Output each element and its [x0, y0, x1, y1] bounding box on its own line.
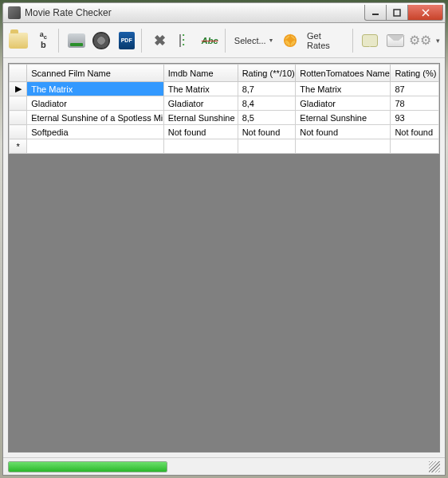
col-header-rating10[interactable]: Rating (**/10) [238, 65, 296, 82]
row-indicator: ▶ [10, 82, 27, 96]
comment-button[interactable] [359, 27, 383, 54]
folder-icon [9, 33, 28, 49]
rename-icon: acb [40, 31, 47, 49]
col-header-rt[interactable]: RottenTomatoes Name [296, 65, 391, 82]
toolbar-overflow[interactable]: ▾ [434, 37, 442, 45]
chevron-down-icon: ▼ [269, 37, 274, 43]
table-row[interactable]: ▶ The Matrix The Matrix 8,7 The Matrix 8… [10, 82, 439, 96]
open-folder-button[interactable] [6, 27, 30, 54]
cell-rt[interactable]: The Matrix [296, 82, 391, 96]
sun-icon [281, 32, 299, 49]
table-row[interactable]: Gladiator Gladiator 8,4 Gladiator 78 [10, 96, 439, 111]
maximize-icon [393, 9, 401, 17]
cell-ratingpct[interactable]: 78 [391, 96, 439, 111]
film-button[interactable] [89, 27, 113, 54]
close-icon [422, 9, 430, 17]
get-rates-label: Get Rates [307, 31, 346, 50]
titlebar: Movie Rate Checker [2, 2, 446, 23]
resize-grip[interactable] [429, 461, 440, 472]
cell-imdb[interactable]: Not found [163, 125, 238, 139]
cell-ratingpct[interactable]: Not found [391, 125, 439, 139]
delete-icon: ✖ [154, 32, 166, 49]
cell-rating10[interactable]: 8,5 [238, 111, 296, 125]
cell-rating10[interactable]: 8,7 [238, 82, 296, 96]
cell-rt[interactable]: Eternal Sunshine [296, 111, 391, 125]
cell-ratingpct[interactable]: 87 [391, 82, 439, 96]
cell-imdb[interactable]: Gladiator [163, 96, 238, 111]
header-row: Scanned Film Name Imdb Name Rating (**/1… [10, 65, 439, 82]
col-header-scanned[interactable]: Scanned Film Name [27, 65, 164, 82]
corner-header[interactable] [10, 65, 27, 82]
get-rates-button[interactable]: Get Rates [304, 31, 349, 50]
new-row[interactable]: * [10, 139, 439, 154]
disk-button[interactable] [65, 27, 88, 54]
cell-empty[interactable] [238, 139, 296, 154]
toolbar: acb PDF ✖ Abc Select... ▼ Get Rates ⚙⚙ ▾ [3, 23, 445, 58]
get-rates-icon-button[interactable] [279, 27, 303, 54]
col-header-ratingpct[interactable]: Rating (%) [391, 65, 439, 82]
separator [225, 29, 228, 53]
cell-rating10[interactable]: 8,4 [238, 96, 296, 111]
app-icon [8, 6, 21, 19]
comment-icon [362, 34, 378, 47]
table-row[interactable]: Eternal Sunshine of a Spotless Mind Eter… [10, 111, 439, 125]
gears-icon: ⚙⚙ [409, 33, 431, 48]
cell-scanned[interactable]: Eternal Sunshine of a Spotless Mind [27, 111, 164, 125]
cell-scanned[interactable]: The Matrix [27, 82, 164, 96]
cell-imdb[interactable]: The Matrix [163, 82, 238, 96]
spellcheck-button[interactable]: Abc [198, 27, 222, 54]
data-grid[interactable]: Scanned Film Name Imdb Name Rating (**/1… [8, 63, 440, 453]
cell-rt[interactable]: Gladiator [296, 96, 391, 111]
cell-empty[interactable] [27, 139, 164, 154]
tree-button[interactable] [173, 27, 197, 54]
minimize-icon [371, 9, 379, 17]
abc-icon: Abc [202, 36, 218, 45]
delete-button[interactable]: ✖ [147, 27, 171, 54]
maximize-button[interactable] [386, 5, 408, 21]
row-indicator [10, 96, 27, 111]
pdf-button[interactable]: PDF [115, 27, 139, 54]
film-reel-icon [92, 32, 110, 49]
select-dropdown[interactable]: Select... ▼ [231, 36, 277, 45]
row-indicator [10, 125, 27, 139]
cell-rating10[interactable]: Not found [238, 125, 296, 139]
separator [352, 29, 356, 53]
cell-empty[interactable] [163, 139, 238, 154]
window-title: Movie Rate Checker [25, 7, 365, 18]
table-row[interactable]: Softpedia Not found Not found Not found … [10, 125, 439, 139]
rename-button[interactable]: acb [32, 27, 56, 54]
row-indicator [10, 111, 27, 125]
col-header-imdb[interactable]: Imdb Name [163, 65, 238, 82]
progress-bar [8, 461, 167, 472]
cell-empty[interactable] [391, 139, 439, 154]
disk-icon [68, 33, 85, 48]
minimize-button[interactable] [364, 5, 387, 21]
mail-icon [387, 34, 404, 47]
mail-button[interactable] [383, 27, 407, 54]
separator [58, 29, 61, 53]
window-controls [365, 5, 443, 21]
cell-empty[interactable] [296, 139, 391, 154]
window-body: acb PDF ✖ Abc Select... ▼ Get Rates ⚙⚙ ▾ [2, 23, 446, 476]
settings-button[interactable]: ⚙⚙ [409, 27, 433, 54]
cell-scanned[interactable]: Gladiator [27, 96, 164, 111]
cell-ratingpct[interactable]: 93 [391, 111, 439, 125]
tree-icon [178, 33, 192, 49]
cell-scanned[interactable]: Softpedia [27, 125, 164, 139]
svg-rect-1 [394, 10, 400, 16]
separator [141, 29, 144, 53]
cell-imdb[interactable]: Eternal Sunshine [163, 111, 238, 125]
statusbar [3, 457, 445, 475]
close-button[interactable] [407, 5, 443, 21]
select-label: Select... [234, 36, 266, 45]
pdf-icon: PDF [119, 32, 135, 49]
content-area: Scanned Film Name Imdb Name Rating (**/1… [3, 58, 445, 457]
cell-rt[interactable]: Not found [296, 125, 391, 139]
new-row-indicator: * [10, 139, 27, 154]
progress-fill [9, 462, 167, 472]
